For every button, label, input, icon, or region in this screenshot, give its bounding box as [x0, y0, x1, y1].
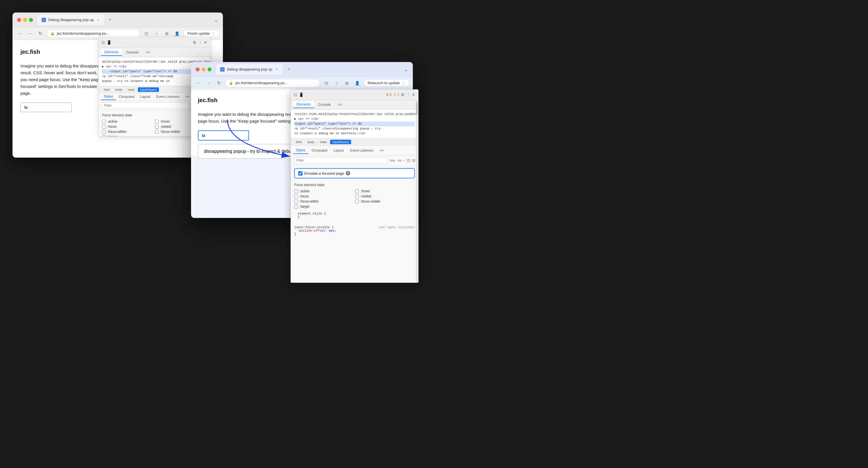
chevron-down-icon-1[interactable]: ⌄	[214, 17, 218, 23]
close-button[interactable]	[17, 18, 21, 22]
maximize-button-2[interactable]	[208, 67, 212, 71]
bookmark-icon-1[interactable]: ☆	[153, 30, 161, 37]
bc-html-1[interactable]: html	[101, 87, 112, 92]
tab-console-1[interactable]: Console	[123, 49, 142, 56]
search-input-2[interactable]	[198, 130, 249, 141]
new-tab-button-1[interactable]: +	[106, 16, 114, 24]
checkbox-visited-1[interactable]	[155, 125, 159, 128]
cast-icon-2[interactable]: ⊡	[322, 79, 330, 87]
checkbox-active-2[interactable]	[294, 189, 298, 193]
filter-input-2[interactable]	[294, 157, 388, 164]
state-active-1: :active	[102, 119, 154, 123]
devtools-panel-2: ⊡ 📱 ✕ 2 ⚠ 3 ⚙ ⋮ ✕ Elements Console >> <s…	[290, 89, 418, 283]
close-icon-dt1[interactable]: ✕	[204, 40, 207, 45]
hover-badge-2[interactable]: :hov	[389, 159, 395, 162]
address-bar-2[interactable]: 🔒 jec.fish/demo/disappearing-po...	[225, 79, 320, 87]
devtools-topbar-2: ⊡ 📱 ✕ 2 ⚠ 3 ⚙ ⋮ ✕	[291, 90, 418, 100]
checkbox-hover-2[interactable]	[355, 189, 359, 193]
bc-main-1[interactable]: main	[126, 87, 137, 92]
element-picker-icon-2[interactable]: ⊡	[294, 92, 297, 97]
info-icon[interactable]: ?	[346, 171, 350, 176]
tab-elements-2[interactable]: Elements	[293, 101, 314, 108]
add-style-2[interactable]: +	[403, 159, 405, 162]
checkbox-focus-1[interactable]	[102, 125, 106, 128]
bc-main-2[interactable]: main	[318, 140, 329, 144]
layout-icon-2[interactable]: ⊟	[412, 158, 415, 163]
cast-icon[interactable]: ⊡	[143, 30, 150, 37]
s-tab-more-2[interactable]: >>	[377, 147, 387, 154]
profile-icon-1[interactable]: 👤	[173, 30, 181, 37]
cls-badge-2[interactable]: .cls	[397, 159, 402, 162]
filter-input-1[interactable]	[101, 102, 190, 109]
checkbox-hover-1[interactable]	[155, 120, 159, 123]
bc-input-1[interactable]: input#query	[138, 87, 159, 92]
bc-input-2[interactable]: input#query	[330, 140, 351, 144]
extensions-icon-2[interactable]: ⊞	[343, 79, 351, 87]
checkbox-target-1[interactable]	[102, 135, 106, 137]
bc-html-2[interactable]: html	[294, 140, 304, 144]
extensions-icon-1[interactable]: ⊞	[163, 30, 171, 37]
s-tab-styles-2[interactable]: Styles	[293, 147, 308, 154]
profile-icon-2[interactable]: 👤	[353, 79, 361, 87]
forward-button-1[interactable]: →	[26, 30, 34, 37]
device-mode-icon-1[interactable]: 📱	[106, 40, 112, 45]
css-rule-label: user agent stylesheet	[379, 226, 415, 229]
emulate-focused-checkbox[interactable]	[298, 171, 303, 176]
more-icon-dt2[interactable]: ⋮	[406, 92, 410, 97]
settings-icon-dt2[interactable]: ⚙	[401, 92, 405, 97]
minimize-button-2[interactable]	[202, 67, 206, 71]
maximize-button[interactable]	[29, 18, 33, 22]
more-icon-dt1[interactable]: ⋮	[198, 40, 202, 45]
settings-icon-dt1[interactable]: ⚙	[193, 40, 196, 45]
s-tab-styles-1[interactable]: Styles	[101, 93, 116, 100]
back-button-2[interactable]: ←	[194, 79, 203, 87]
checkbox-active-1[interactable]	[102, 120, 106, 123]
close-icon-dt2[interactable]: ✕	[412, 92, 415, 97]
s-tab-layout-2[interactable]: Layout	[331, 147, 347, 154]
reload-button-2[interactable]: ↻	[215, 79, 223, 87]
checkbox-visited-2[interactable]	[355, 195, 359, 198]
s-tab-events-2[interactable]: Event Listeners	[347, 147, 376, 154]
site-title-2: jec.fish	[198, 97, 217, 104]
tab-close-1[interactable]: ✕	[96, 18, 100, 22]
styles-tabs-bar-2: Styles Computed Layout Event Listeners >…	[291, 146, 418, 155]
checkbox-focus-within-1[interactable]	[102, 130, 106, 134]
close-button-2[interactable]	[196, 67, 199, 71]
scrollbar-thumb-dt2[interactable]	[416, 103, 417, 114]
bc-body-2[interactable]: body	[305, 140, 317, 144]
more-tabs-1[interactable]: >>	[143, 49, 153, 56]
checkbox-focus-2[interactable]	[294, 195, 298, 198]
reload-button-1[interactable]: ↻	[36, 30, 44, 37]
device-mode-icon-2[interactable]: 📱	[299, 92, 304, 97]
search-input-1[interactable]	[21, 103, 72, 112]
element-picker-icon-1[interactable]: ⊡	[101, 40, 105, 45]
checkbox-focus-visible-1[interactable]	[155, 130, 159, 134]
more-tabs-2[interactable]: >>	[335, 101, 345, 108]
s-tab-layout-1[interactable]: Layout	[137, 94, 153, 100]
computed-icon-2[interactable]: ⊡	[407, 158, 410, 163]
s-tab-computed-2[interactable]: Computed	[309, 147, 330, 154]
scrollbar-dt2[interactable]	[416, 100, 417, 283]
active-tab-2[interactable]: Debug disappearing pop up ✕	[216, 64, 283, 75]
s-tab-more-1[interactable]: >>	[183, 94, 192, 100]
relaunch-update-button[interactable]: Relaunch to update ⋮	[363, 79, 409, 87]
address-bar-1[interactable]: 🔒 jec.fish/demo/disappearing-po...	[46, 29, 140, 38]
tab-close-2[interactable]: ✕	[275, 67, 279, 71]
bc-body-1[interactable]: body	[113, 87, 125, 92]
bookmark-icon-2[interactable]: ☆	[333, 79, 341, 87]
forward-button-2[interactable]: →	[205, 79, 213, 87]
code-line-dt2-selected[interactable]: <input id="query" type="text"> == $0	[294, 121, 415, 126]
active-tab-1[interactable]: Debug disappearing pop up ✕	[37, 15, 104, 25]
back-button-1[interactable]: ←	[16, 30, 24, 37]
checkbox-focus-within-2[interactable]	[294, 200, 298, 203]
chevron-down-icon-2[interactable]: ⌄	[404, 66, 408, 72]
s-tab-events-1[interactable]: Event Listeners	[153, 94, 183, 100]
checkbox-target-2[interactable]	[294, 205, 298, 208]
minimize-button[interactable]	[23, 18, 27, 22]
finish-update-button[interactable]: Finish update ⋮	[183, 30, 219, 37]
new-tab-button-2[interactable]: +	[285, 65, 293, 74]
checkbox-focus-visible-2[interactable]	[355, 200, 359, 203]
tab-elements-1[interactable]: Elements	[101, 49, 122, 56]
s-tab-computed-1[interactable]: Computed	[116, 94, 137, 100]
tab-console-2[interactable]: Console	[315, 101, 334, 108]
